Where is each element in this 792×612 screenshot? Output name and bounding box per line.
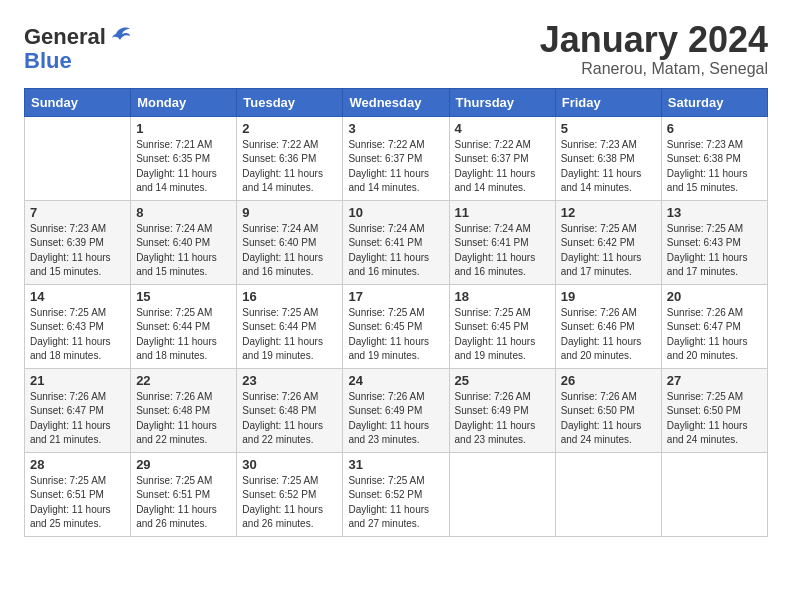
header-day-friday: Friday (555, 88, 661, 116)
cell-week3-day3: 24Sunrise: 7:26 AMSunset: 6:49 PMDayligh… (343, 368, 449, 452)
cell-week2-day6: 20Sunrise: 7:26 AMSunset: 6:47 PMDayligh… (661, 284, 767, 368)
day-info: Sunrise: 7:25 AMSunset: 6:44 PMDaylight:… (242, 306, 337, 364)
day-number: 15 (136, 289, 231, 304)
day-number: 17 (348, 289, 443, 304)
day-number: 13 (667, 205, 762, 220)
cell-week2-day3: 17Sunrise: 7:25 AMSunset: 6:45 PMDayligh… (343, 284, 449, 368)
day-info: Sunrise: 7:25 AMSunset: 6:44 PMDaylight:… (136, 306, 231, 364)
day-number: 25 (455, 373, 550, 388)
day-number: 18 (455, 289, 550, 304)
cell-week3-day5: 26Sunrise: 7:26 AMSunset: 6:50 PMDayligh… (555, 368, 661, 452)
day-number: 11 (455, 205, 550, 220)
cell-week0-day3: 3Sunrise: 7:22 AMSunset: 6:37 PMDaylight… (343, 116, 449, 200)
cell-week3-day1: 22Sunrise: 7:26 AMSunset: 6:48 PMDayligh… (131, 368, 237, 452)
day-info: Sunrise: 7:26 AMSunset: 6:49 PMDaylight:… (455, 390, 550, 448)
day-info: Sunrise: 7:24 AMSunset: 6:41 PMDaylight:… (455, 222, 550, 280)
day-info: Sunrise: 7:25 AMSunset: 6:43 PMDaylight:… (667, 222, 762, 280)
day-number: 27 (667, 373, 762, 388)
day-info: Sunrise: 7:24 AMSunset: 6:40 PMDaylight:… (136, 222, 231, 280)
cell-week3-day4: 25Sunrise: 7:26 AMSunset: 6:49 PMDayligh… (449, 368, 555, 452)
cell-week4-day1: 29Sunrise: 7:25 AMSunset: 6:51 PMDayligh… (131, 452, 237, 536)
day-info: Sunrise: 7:26 AMSunset: 6:50 PMDaylight:… (561, 390, 656, 448)
header-day-thursday: Thursday (449, 88, 555, 116)
day-info: Sunrise: 7:25 AMSunset: 6:42 PMDaylight:… (561, 222, 656, 280)
day-info: Sunrise: 7:25 AMSunset: 6:51 PMDaylight:… (136, 474, 231, 532)
cell-week4-day4 (449, 452, 555, 536)
day-number: 5 (561, 121, 656, 136)
day-info: Sunrise: 7:22 AMSunset: 6:37 PMDaylight:… (455, 138, 550, 196)
cell-week1-day0: 7Sunrise: 7:23 AMSunset: 6:39 PMDaylight… (25, 200, 131, 284)
cell-week1-day4: 11Sunrise: 7:24 AMSunset: 6:41 PMDayligh… (449, 200, 555, 284)
cell-week0-day5: 5Sunrise: 7:23 AMSunset: 6:38 PMDaylight… (555, 116, 661, 200)
cell-week1-day6: 13Sunrise: 7:25 AMSunset: 6:43 PMDayligh… (661, 200, 767, 284)
calendar-table: SundayMondayTuesdayWednesdayThursdayFrid… (24, 88, 768, 537)
day-info: Sunrise: 7:25 AMSunset: 6:45 PMDaylight:… (455, 306, 550, 364)
day-number: 12 (561, 205, 656, 220)
day-info: Sunrise: 7:26 AMSunset: 6:48 PMDaylight:… (136, 390, 231, 448)
day-info: Sunrise: 7:22 AMSunset: 6:36 PMDaylight:… (242, 138, 337, 196)
day-number: 2 (242, 121, 337, 136)
cell-week0-day2: 2Sunrise: 7:22 AMSunset: 6:36 PMDaylight… (237, 116, 343, 200)
day-info: Sunrise: 7:24 AMSunset: 6:41 PMDaylight:… (348, 222, 443, 280)
week-row-3: 21Sunrise: 7:26 AMSunset: 6:47 PMDayligh… (25, 368, 768, 452)
header-day-sunday: Sunday (25, 88, 131, 116)
header-day-monday: Monday (131, 88, 237, 116)
header-day-wednesday: Wednesday (343, 88, 449, 116)
title-area: January 2024 Ranerou, Matam, Senegal (540, 20, 768, 78)
day-info: Sunrise: 7:25 AMSunset: 6:52 PMDaylight:… (348, 474, 443, 532)
day-number: 9 (242, 205, 337, 220)
cell-week2-day4: 18Sunrise: 7:25 AMSunset: 6:45 PMDayligh… (449, 284, 555, 368)
logo-blue-text: Blue (24, 48, 72, 74)
header-day-saturday: Saturday (661, 88, 767, 116)
logo: General Blue (24, 24, 132, 74)
day-number: 3 (348, 121, 443, 136)
week-row-1: 7Sunrise: 7:23 AMSunset: 6:39 PMDaylight… (25, 200, 768, 284)
day-info: Sunrise: 7:21 AMSunset: 6:35 PMDaylight:… (136, 138, 231, 196)
day-number: 22 (136, 373, 231, 388)
week-row-2: 14Sunrise: 7:25 AMSunset: 6:43 PMDayligh… (25, 284, 768, 368)
day-info: Sunrise: 7:22 AMSunset: 6:37 PMDaylight:… (348, 138, 443, 196)
calendar-location: Ranerou, Matam, Senegal (540, 60, 768, 78)
day-number: 28 (30, 457, 125, 472)
cell-week0-day6: 6Sunrise: 7:23 AMSunset: 6:38 PMDaylight… (661, 116, 767, 200)
day-number: 23 (242, 373, 337, 388)
calendar-title: January 2024 (540, 20, 768, 60)
week-row-0: 1Sunrise: 7:21 AMSunset: 6:35 PMDaylight… (25, 116, 768, 200)
day-info: Sunrise: 7:23 AMSunset: 6:38 PMDaylight:… (667, 138, 762, 196)
cell-week3-day0: 21Sunrise: 7:26 AMSunset: 6:47 PMDayligh… (25, 368, 131, 452)
day-number: 21 (30, 373, 125, 388)
day-info: Sunrise: 7:25 AMSunset: 6:52 PMDaylight:… (242, 474, 337, 532)
cell-week4-day3: 31Sunrise: 7:25 AMSunset: 6:52 PMDayligh… (343, 452, 449, 536)
day-info: Sunrise: 7:24 AMSunset: 6:40 PMDaylight:… (242, 222, 337, 280)
cell-week1-day2: 9Sunrise: 7:24 AMSunset: 6:40 PMDaylight… (237, 200, 343, 284)
day-info: Sunrise: 7:26 AMSunset: 6:49 PMDaylight:… (348, 390, 443, 448)
day-info: Sunrise: 7:26 AMSunset: 6:47 PMDaylight:… (667, 306, 762, 364)
cell-week2-day1: 15Sunrise: 7:25 AMSunset: 6:44 PMDayligh… (131, 284, 237, 368)
cell-week1-day5: 12Sunrise: 7:25 AMSunset: 6:42 PMDayligh… (555, 200, 661, 284)
header: General Blue January 2024 Ranerou, Matam… (24, 20, 768, 78)
day-number: 16 (242, 289, 337, 304)
cell-week0-day4: 4Sunrise: 7:22 AMSunset: 6:37 PMDaylight… (449, 116, 555, 200)
day-info: Sunrise: 7:25 AMSunset: 6:45 PMDaylight:… (348, 306, 443, 364)
day-number: 7 (30, 205, 125, 220)
cell-week3-day2: 23Sunrise: 7:26 AMSunset: 6:48 PMDayligh… (237, 368, 343, 452)
cell-week0-day0 (25, 116, 131, 200)
day-number: 19 (561, 289, 656, 304)
cell-week2-day0: 14Sunrise: 7:25 AMSunset: 6:43 PMDayligh… (25, 284, 131, 368)
cell-week1-day1: 8Sunrise: 7:24 AMSunset: 6:40 PMDaylight… (131, 200, 237, 284)
day-number: 20 (667, 289, 762, 304)
day-number: 31 (348, 457, 443, 472)
calendar-header: SundayMondayTuesdayWednesdayThursdayFrid… (25, 88, 768, 116)
day-info: Sunrise: 7:26 AMSunset: 6:46 PMDaylight:… (561, 306, 656, 364)
day-info: Sunrise: 7:26 AMSunset: 6:47 PMDaylight:… (30, 390, 125, 448)
day-number: 8 (136, 205, 231, 220)
cell-week3-day6: 27Sunrise: 7:25 AMSunset: 6:50 PMDayligh… (661, 368, 767, 452)
cell-week4-day2: 30Sunrise: 7:25 AMSunset: 6:52 PMDayligh… (237, 452, 343, 536)
cell-week0-day1: 1Sunrise: 7:21 AMSunset: 6:35 PMDaylight… (131, 116, 237, 200)
calendar-body: 1Sunrise: 7:21 AMSunset: 6:35 PMDaylight… (25, 116, 768, 536)
cell-week4-day0: 28Sunrise: 7:25 AMSunset: 6:51 PMDayligh… (25, 452, 131, 536)
day-info: Sunrise: 7:25 AMSunset: 6:50 PMDaylight:… (667, 390, 762, 448)
day-info: Sunrise: 7:23 AMSunset: 6:38 PMDaylight:… (561, 138, 656, 196)
day-number: 26 (561, 373, 656, 388)
day-number: 24 (348, 373, 443, 388)
